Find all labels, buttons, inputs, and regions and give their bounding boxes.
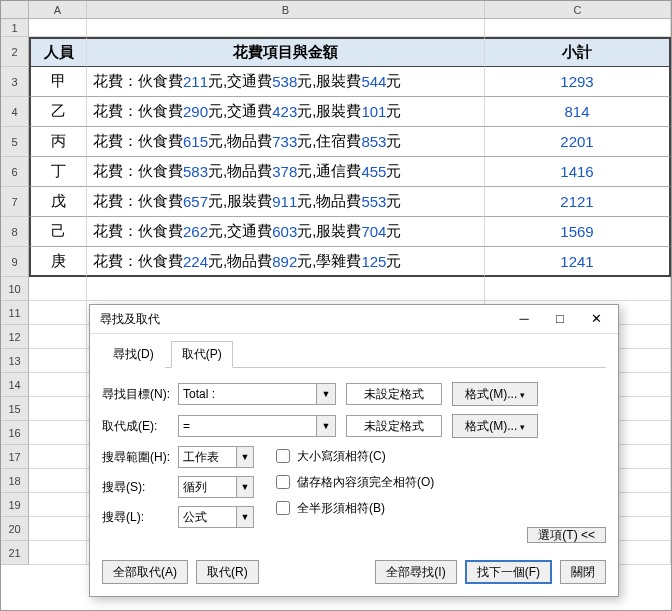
cell-A21[interactable]	[29, 541, 87, 565]
within-select[interactable]: 工作表	[178, 446, 254, 468]
cell-A3[interactable]: 甲	[29, 67, 87, 97]
cell-A8[interactable]: 己	[29, 217, 87, 247]
row-header-20[interactable]: 20	[1, 517, 29, 541]
find-format-button[interactable]: 格式(M)...	[452, 382, 538, 406]
row-header-9[interactable]: 9	[1, 247, 29, 277]
within-label: 搜尋範圍(H):	[102, 449, 178, 466]
options-button[interactable]: 選項(T) <<	[527, 527, 606, 543]
cell-A10[interactable]	[29, 277, 87, 301]
row-header-10[interactable]: 10	[1, 277, 29, 301]
cell-A17[interactable]	[29, 445, 87, 469]
replace-with-label: 取代成(E):	[102, 418, 178, 435]
dialog-titlebar[interactable]: 尋找及取代 ─ □ ✕	[90, 305, 618, 334]
spreadsheet-viewport: ABC 123456789101112131415161718192021 人員…	[0, 0, 672, 611]
lookin-select[interactable]: 公式	[178, 506, 254, 528]
cell-A19[interactable]	[29, 493, 87, 517]
cell-A13[interactable]	[29, 349, 87, 373]
cell-A1[interactable]	[29, 19, 87, 37]
column-header-C[interactable]: C	[485, 1, 671, 19]
cell-B5[interactable]: 花費：伙食費615元, 物品費733元, 住宿費853元	[87, 127, 485, 157]
cell-B9[interactable]: 花費：伙食費224元, 物品費892元, 學雜費125元	[87, 247, 485, 277]
cell-C10[interactable]	[485, 277, 671, 301]
maximize-button[interactable]: □	[542, 308, 578, 330]
row-header-21[interactable]: 21	[1, 541, 29, 565]
cell-C7[interactable]: 2121	[485, 187, 671, 217]
select-all-corner[interactable]	[1, 1, 29, 19]
cell-A15[interactable]	[29, 397, 87, 421]
row-header-1[interactable]: 1	[1, 19, 29, 37]
cell-A2[interactable]: 人員	[29, 37, 87, 67]
cell-C8[interactable]: 1569	[485, 217, 671, 247]
row-header-15[interactable]: 15	[1, 397, 29, 421]
cell-C6[interactable]: 1416	[485, 157, 671, 187]
row-header-8[interactable]: 8	[1, 217, 29, 247]
find-all-button[interactable]: 全部尋找(I)	[375, 560, 456, 584]
row-header-3[interactable]: 3	[1, 67, 29, 97]
cell-B6[interactable]: 花費：伙食費583元, 物品費378元, 通信費455元	[87, 157, 485, 187]
cell-B1[interactable]	[87, 19, 485, 37]
find-next-button[interactable]: 找下一個(F)	[465, 560, 552, 584]
cell-C2[interactable]: 小計	[485, 37, 671, 67]
cell-B4[interactable]: 花費：伙食費290元, 交通費423元, 服裝費101元	[87, 97, 485, 127]
row-header-11[interactable]: 11	[1, 301, 29, 325]
replace-with-input[interactable]	[178, 415, 336, 437]
dialog-title: 尋找及取代	[100, 311, 506, 328]
cell-A12[interactable]	[29, 325, 87, 349]
cell-C9[interactable]: 1241	[485, 247, 671, 277]
cell-C1[interactable]	[485, 19, 671, 37]
row-header-14[interactable]: 14	[1, 373, 29, 397]
row-header-4[interactable]: 4	[1, 97, 29, 127]
minimize-button[interactable]: ─	[506, 308, 542, 330]
cell-C3[interactable]: 1293	[485, 67, 671, 97]
cell-A18[interactable]	[29, 469, 87, 493]
row-header-6[interactable]: 6	[1, 157, 29, 187]
row-header-5[interactable]: 5	[1, 127, 29, 157]
column-headers: ABC	[29, 1, 671, 19]
cell-A7[interactable]: 戊	[29, 187, 87, 217]
column-header-B[interactable]: B	[87, 1, 485, 19]
row-header-2[interactable]: 2	[1, 37, 29, 67]
match-width-checkbox[interactable]: 全半形須相符(B)	[272, 498, 606, 518]
replace-button[interactable]: 取代(R)	[196, 560, 259, 584]
cell-C5[interactable]: 2201	[485, 127, 671, 157]
cell-A14[interactable]	[29, 373, 87, 397]
cell-A11[interactable]	[29, 301, 87, 325]
cell-B10[interactable]	[87, 277, 485, 301]
find-what-input[interactable]	[178, 383, 336, 405]
cell-A6[interactable]: 丁	[29, 157, 87, 187]
cell-A20[interactable]	[29, 517, 87, 541]
cell-A9[interactable]: 庚	[29, 247, 87, 277]
find-what-label: 尋找目標(N):	[102, 386, 178, 403]
row-header-19[interactable]: 19	[1, 493, 29, 517]
match-case-checkbox[interactable]: 大小寫須相符(C)	[272, 446, 606, 466]
search-select[interactable]: 循列	[178, 476, 254, 498]
match-entire-checkbox[interactable]: 儲存格內容須完全相符(O)	[272, 472, 606, 492]
row-header-7[interactable]: 7	[1, 187, 29, 217]
row-header-18[interactable]: 18	[1, 469, 29, 493]
close-button[interactable]: 關閉	[560, 560, 606, 584]
cell-B8[interactable]: 花費：伙食費262元, 交通費603元, 服裝費704元	[87, 217, 485, 247]
cell-A5[interactable]: 丙	[29, 127, 87, 157]
find-history-dropdown[interactable]: ▼	[316, 384, 335, 404]
row-header-12[interactable]: 12	[1, 325, 29, 349]
cell-A4[interactable]: 乙	[29, 97, 87, 127]
cell-C4[interactable]: 814	[485, 97, 671, 127]
column-header-A[interactable]: A	[29, 1, 87, 19]
find-replace-dialog: 尋找及取代 ─ □ ✕ 尋找(D) 取代(P) 尋找目標(N): ▼ 未設定格式…	[89, 304, 619, 597]
tab-find[interactable]: 尋找(D)	[102, 341, 165, 368]
cell-A16[interactable]	[29, 421, 87, 445]
replace-format-button[interactable]: 格式(M)...	[452, 414, 538, 438]
cell-B7[interactable]: 花費：伙食費657元, 服裝費911元, 物品費553元	[87, 187, 485, 217]
row-header-16[interactable]: 16	[1, 421, 29, 445]
replace-history-dropdown[interactable]: ▼	[316, 416, 335, 436]
cell-B3[interactable]: 花費：伙食費211元, 交通費538元, 服裝費544元	[87, 67, 485, 97]
search-label: 搜尋(S):	[102, 479, 178, 496]
row-headers: 123456789101112131415161718192021	[1, 19, 29, 565]
row-header-13[interactable]: 13	[1, 349, 29, 373]
close-window-button[interactable]: ✕	[578, 308, 614, 330]
lookin-label: 搜尋(L):	[102, 509, 178, 526]
tab-replace[interactable]: 取代(P)	[171, 341, 233, 368]
row-header-17[interactable]: 17	[1, 445, 29, 469]
cell-B2[interactable]: 花費項目與金額	[87, 37, 485, 67]
replace-all-button[interactable]: 全部取代(A)	[102, 560, 188, 584]
